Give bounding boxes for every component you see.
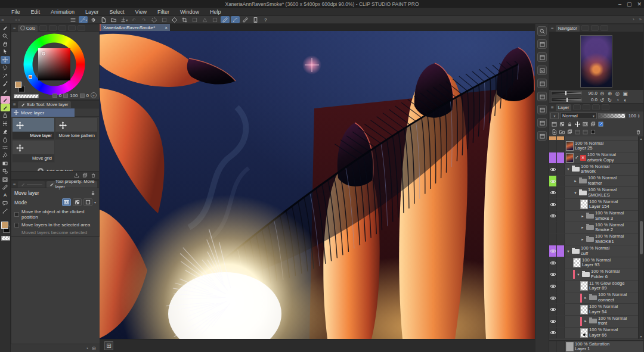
color-wheel[interactable] (23, 33, 85, 95)
artwork[interactable] (100, 31, 535, 339)
layer-select-cell[interactable] (557, 281, 565, 292)
eye-icon[interactable] (550, 260, 556, 266)
saturation-slider-icon[interactable] (63, 94, 68, 98)
checkbox[interactable] (14, 223, 19, 228)
maximize-button[interactable]: ▢ (627, 1, 632, 7)
hand-tool[interactable] (1, 40, 10, 48)
eye-icon[interactable] (550, 284, 556, 289)
zoom-slider[interactable] (551, 91, 582, 95)
layer-row-main[interactable]: ▸100 % Normalfeather (565, 176, 643, 187)
chevron-icon[interactable]: ▾ (576, 272, 581, 277)
layer-row-main[interactable]: 100 % NormalLayer 93 (565, 257, 643, 269)
menu-item-edit[interactable]: Edit (26, 9, 46, 15)
operation-tool[interactable] (1, 48, 10, 55)
panel-icon[interactable] (537, 105, 547, 114)
tab-approx-color[interactable] (68, 25, 76, 31)
hue-slider-icon[interactable] (52, 94, 57, 98)
fill-black-icon[interactable] (590, 129, 596, 135)
open-canvas-button[interactable] (109, 16, 118, 23)
mode-transparent-button[interactable] (62, 198, 71, 206)
snap-special-ruler-button[interactable] (231, 16, 240, 23)
layer-select-cell[interactable] (557, 245, 565, 257)
value-slider-icon[interactable] (80, 94, 85, 98)
layer-visibility-cell[interactable] (549, 187, 557, 198)
companion-mode-button[interactable] (251, 16, 260, 23)
layer-row[interactable] (549, 136, 643, 141)
tab-timeline[interactable] (602, 104, 609, 110)
layer-select-cell[interactable] (557, 199, 565, 210)
liquify-tool[interactable] (1, 144, 10, 151)
tab-navigator[interactable]: Navigator (556, 25, 580, 32)
layer-thumbnail[interactable] (566, 141, 574, 151)
eyedropper-tool[interactable] (1, 80, 10, 88)
tab-layer[interactable]: Layer (556, 104, 572, 111)
text-tool[interactable]: A (1, 191, 10, 199)
paper-layer-icon[interactable] (574, 129, 581, 135)
fill-button[interactable] (170, 16, 179, 23)
snap-grid-button[interactable] (241, 16, 250, 23)
eye-icon[interactable] (550, 295, 556, 301)
layer-visibility-cell[interactable] (549, 341, 557, 352)
layer-select-cell[interactable] (557, 234, 565, 245)
layer-list-scrollbar[interactable]: ▲ ▼ (638, 136, 643, 339)
layer-select-cell[interactable] (557, 328, 565, 339)
eye-icon[interactable] (550, 179, 556, 184)
settings-button[interactable] (89, 16, 98, 23)
layer-row[interactable]: 11 % Glow dodgeLayer 89 (549, 281, 643, 292)
blend-tool[interactable] (1, 135, 10, 143)
layer-row[interactable]: 100 % SaturationLayer 1 (549, 341, 609, 352)
menu-item-select[interactable]: Select (104, 9, 130, 15)
mode-tone-button[interactable] (73, 198, 82, 206)
panel-icon[interactable] (537, 52, 547, 62)
chevron-icon[interactable]: ▸ (583, 319, 588, 323)
layer-row[interactable]: 100 % NormalLayer 66 (549, 328, 643, 339)
layer-row-main[interactable]: ▾100 % NormalFolder 6 (565, 269, 643, 281)
layer-thumbnail[interactable] (566, 342, 574, 351)
layer-select-cell[interactable] (557, 136, 565, 140)
option-row[interactable]: Move layers in the selected area (11, 221, 99, 229)
layer-row[interactable]: ▸100 % Normalconnect (549, 292, 643, 304)
layer-row[interactable]: ✓✕100 % Normalartwork Copy (549, 152, 643, 164)
chevron-down-icon[interactable]: ▾ (126, 18, 128, 22)
chevron-icon[interactable]: ▸ (573, 179, 578, 183)
mask-combo-icon[interactable] (590, 121, 596, 127)
panel-icon[interactable] (537, 131, 547, 141)
layer-thumbnail[interactable] (580, 305, 588, 314)
object-launcher-button[interactable]: ▾ (79, 16, 88, 23)
layer-visibility-cell[interactable] (549, 292, 557, 304)
panel-menu-icon[interactable]: ≡ (13, 102, 16, 107)
layer-visibility-cell[interactable] (549, 141, 557, 152)
palette-menu-button[interactable] (69, 16, 78, 23)
layer-select-cell[interactable] (557, 222, 565, 233)
eye-icon[interactable] (550, 248, 556, 254)
rotate-right-icon[interactable]: ↻ (606, 97, 613, 103)
history-icon[interactable]: ◔ (85, 345, 88, 351)
eye-icon[interactable] (550, 202, 556, 207)
layer-row-main[interactable]: 100 % SaturationLayer 1 (565, 341, 609, 352)
layer-row[interactable]: ▸100 % Normalfeather (549, 176, 643, 188)
chevron-icon[interactable]: ▾ (566, 249, 571, 254)
sub-tool-item-move-grid[interactable]: Move grid (12, 140, 55, 163)
layer-row-main[interactable]: 100 % NormalLayer 25 (565, 141, 643, 152)
zoom-in-icon[interactable]: ⊕ (606, 91, 613, 96)
new-raster-layer-icon[interactable] (551, 129, 558, 135)
opacity-stepper[interactable]: ▲▼ (637, 114, 640, 119)
hue-marker[interactable] (29, 75, 32, 79)
layer-visibility-cell[interactable] (549, 199, 557, 210)
layer-visibility-cell[interactable] (549, 281, 557, 292)
menu-item-animation[interactable]: Animation (45, 9, 80, 15)
layer-row-main[interactable]: ▸100 % Normalconnect (565, 292, 643, 304)
foreground-color-swatch[interactable] (1, 222, 8, 229)
bottom-layer-row[interactable]: 100 % SaturationLayer 1 (549, 340, 643, 352)
layer-visibility-cell[interactable] (549, 304, 557, 315)
close-tab-icon[interactable]: × (165, 25, 168, 30)
lock-layer-icon[interactable] (566, 121, 573, 127)
panel-icon[interactable] (537, 92, 547, 101)
layer-visibility-cell[interactable] (549, 328, 557, 339)
layer-row[interactable]: ▸100 % NormalSMOKE1 (549, 234, 643, 246)
layer-row[interactable]: ▾100 % Normalartwork (549, 164, 643, 176)
layer-row-main[interactable]: ▾100 % Normalartwork (565, 164, 643, 175)
layer-row[interactable]: ▾100 % Normalcuff (549, 245, 643, 257)
layer-visibility-cell[interactable] (549, 245, 557, 257)
figure-tool[interactable] (1, 167, 10, 175)
